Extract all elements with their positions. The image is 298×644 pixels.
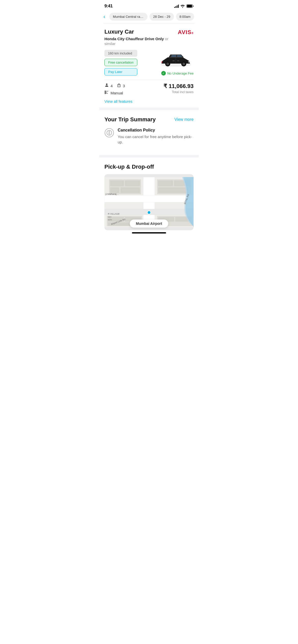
nav-location-pill[interactable]: Mumbai Central rail... [109,13,147,21]
svg-point-14 [106,83,107,85]
transmission-spec: Manual [104,90,132,96]
cancellation-desc: You can cancel for free anytime before p… [118,134,194,145]
signal-icon [174,4,179,8]
svg-rect-32 [125,181,140,186]
car-image [158,51,194,69]
svg-text:व्हलेज: व्हलेज [107,218,112,221]
passenger-spec: 4 3 [104,83,132,89]
car-content: 160 km included Free cancellation Pay La… [104,50,194,76]
svg-rect-12 [172,61,174,61]
car-divider [104,80,194,80]
svg-text:R VILLAGE: R VILLAGE [108,213,119,215]
svg-point-9 [188,61,190,63]
pay-later-badge: Pay Later [104,68,137,76]
section-separator-2 [99,155,199,157]
car-card: Luxury Car AVIS® Honda City Chauffeur Dr… [99,23,199,108]
cancellation-badge: Free cancellation [104,59,137,66]
pickup-section: Pick-up & Drop-off [99,157,199,230]
svg-rect-33 [110,187,119,193]
trip-summary-title: Your Trip Summary [104,116,156,123]
cancellation-title: Cancellation Policy [118,128,194,133]
battery-icon [186,4,194,8]
luggage-icon [117,83,121,89]
km-badge: 160 km included [104,50,137,57]
nav-date-pill[interactable]: 28 Dec - 29 [150,13,174,21]
transmission-label: Manual [111,91,123,95]
wifi-icon [180,4,185,8]
svg-rect-38 [158,187,188,193]
status-time: 9:41 [104,4,113,9]
svg-rect-28 [104,195,194,202]
map-location-label: Mumbai Airport [130,219,168,228]
svg-text:ji Maharaj...: ji Maharaj... [105,193,118,195]
car-badges: 160 km included Free cancellation Pay La… [104,50,137,76]
svg-point-52 [147,211,151,214]
check-icon: ✓ [161,71,166,76]
home-indicator [99,230,199,235]
map-container[interactable]: MTNL Rd Airport Link Rd ji Maharaj... R … [104,174,194,230]
svg-rect-1 [187,5,192,7]
luggage-count: 3 [123,84,125,88]
svg-rect-36 [158,181,173,186]
cancellation-text: Cancellation Policy You can cancel for f… [118,128,194,145]
back-button[interactable]: ‹ [103,13,107,21]
price-area: ₹ 11,066.93 Total incl taxes [164,83,194,94]
svg-text:सहार: सहार [107,216,112,218]
car-category: Luxury Car [104,28,134,35]
view-more-link[interactable]: View more [174,117,194,122]
no-underage-badge: ✓ No Underage Fee [161,71,194,76]
price-label: Total incl taxes [164,90,194,94]
transmission-icon [104,90,109,96]
cancellation-icon [104,128,114,138]
svg-rect-34 [120,187,140,193]
section-separator-1 [99,108,199,110]
price-amount: ₹ 11,066.93 [164,83,194,90]
car-specs-left: 4 3 Manual [104,83,132,104]
car-specs: 4 3 Manual [104,83,194,104]
home-indicator-bar [132,232,166,233]
car-name: Honda City Chauffeur Drive Only or [104,37,194,41]
person-icon [104,83,109,89]
cancellation-policy-row: Cancellation Policy You can cancel for f… [104,128,194,150]
svg-rect-31 [110,181,124,186]
svg-point-20 [105,91,106,92]
car-name-line2: similar [104,41,194,46]
trip-summary-header: Your Trip Summary View more [104,116,194,123]
car-image-area: ✓ No Underage Fee [158,51,194,76]
avis-logo: AVIS® [178,29,194,36]
svg-point-21 [105,92,106,93]
nav-bar: ‹ Mumbai Central rail... 28 Dec - 29 8:0… [99,11,199,23]
svg-rect-10 [161,62,162,63]
status-icons [174,4,194,8]
svg-rect-13 [177,61,179,61]
view-features-link[interactable]: View all features [104,99,132,104]
passenger-count: 4 [111,84,113,88]
svg-point-5 [167,63,168,64]
svg-point-8 [183,63,184,64]
svg-point-22 [105,93,106,94]
car-header: Luxury Car AVIS® [104,28,194,36]
status-bar: 9:41 [99,0,199,11]
pickup-title: Pick-up & Drop-off [104,164,194,170]
trip-summary: Your Trip Summary View more Cancellation… [99,110,199,155]
nav-time-pill[interactable]: 8:00am [176,13,194,21]
